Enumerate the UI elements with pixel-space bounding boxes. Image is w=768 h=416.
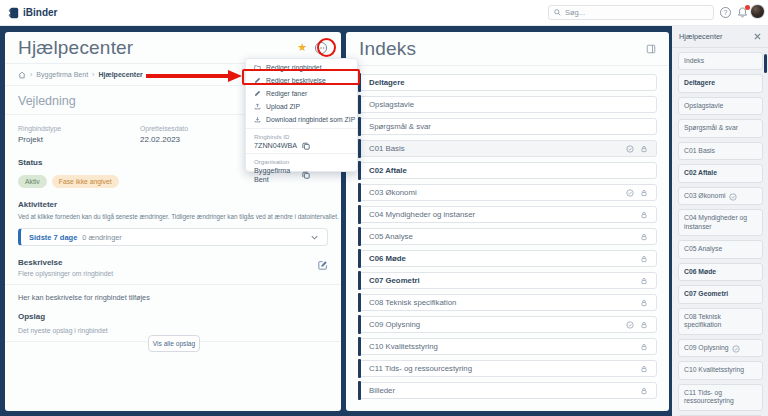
index-item-c03-konomi[interactable]: C03 Økonomi <box>358 184 657 201</box>
index-item-label: Opslagstavle <box>369 100 648 109</box>
sidebar-item-label: C03 Økonomi <box>684 192 726 200</box>
annotation-highlight-box <box>242 69 360 85</box>
menu-item-label: Download ringbindet som ZIP <box>266 116 355 123</box>
creation-date-value: 22.02.2023 <box>140 135 262 144</box>
sidebar-item-c11-tids-og-ressourcestyring[interactable]: C11 Tids- og ressourcestyring <box>678 384 763 411</box>
index-item-label: Billeder <box>369 386 640 395</box>
check-circle-icon <box>626 321 634 329</box>
sidebar-item-c10-kvalitetsstyring[interactable]: C10 Kvalitetsstyring <box>678 361 763 379</box>
index-item-c04-myndigheder-og-instanser[interactable]: C04 Myndigheder og instanser <box>358 206 657 223</box>
index-item-opslagstavle[interactable]: Opslagstavle <box>358 96 657 113</box>
index-item-c01-basis[interactable]: C01 Basis <box>358 140 657 157</box>
menu-item-rediger-faner[interactable]: Rediger faner <box>246 87 357 100</box>
lock-icon <box>640 365 648 373</box>
creation-date-field: Oprettelsesdato 22.02.2023 <box>140 125 262 144</box>
binder-id-label: Ringbinds ID <box>246 132 357 141</box>
user-avatar[interactable] <box>750 4 765 19</box>
page-title: Hjælpecenter <box>18 37 297 59</box>
topbar: iBinder Søg... ? <box>0 0 768 26</box>
lock-icon <box>640 387 648 395</box>
copy-icon[interactable] <box>302 171 350 179</box>
index-item-status-icons <box>640 387 648 395</box>
collapse-panel-icon[interactable] <box>646 44 656 54</box>
check-circle-icon <box>626 189 634 197</box>
index-item-status-icons <box>640 343 648 351</box>
favorite-star-icon[interactable]: ★ <box>297 41 307 54</box>
activity-count: 0 ændringer <box>82 233 305 242</box>
sidebar-item-deltagere[interactable]: Deltagere <box>678 74 763 92</box>
close-icon[interactable] <box>754 33 761 40</box>
menu-item-download-ringbindet-som-zip[interactable]: Download ringbindet som ZIP <box>246 113 357 126</box>
sidebar-item-label: C09 Oplysning <box>684 344 729 352</box>
notifications-bell-icon[interactable] <box>736 6 749 19</box>
index-item-c06-m-de[interactable]: C06 Møde <box>358 250 657 267</box>
check-circle-icon <box>732 345 738 351</box>
sidebar-item-c06-m-de[interactable]: C06 Møde <box>678 263 763 281</box>
search-placeholder: Søg... <box>565 8 585 17</box>
binder-id-row: 7ZNN04WBA <box>246 141 357 150</box>
sidebar-item-indeks[interactable]: Indeks <box>678 52 763 70</box>
search-input[interactable]: Søg... <box>548 5 714 20</box>
ibinder-logo[interactable]: iBinder <box>8 7 57 19</box>
check-circle-icon <box>626 145 634 153</box>
sidebar-item-c07-geometri[interactable]: C07 Geometri <box>678 285 763 303</box>
sidebar-item-label: C11 Tids- og ressourcestyring <box>684 389 757 406</box>
home-icon[interactable] <box>18 71 26 79</box>
sidebar-item-c09-oplysning[interactable]: C09 Oplysning <box>678 339 763 357</box>
breadcrumb-org[interactable]: Byggefirma Bent <box>36 71 88 78</box>
index-item-label: C02 Aftale <box>369 166 648 175</box>
lock-icon <box>640 321 648 329</box>
index-item-label: C04 Myndigheder og instanser <box>369 210 640 219</box>
index-item-status-icons <box>640 299 648 307</box>
sidebar-scrollbar[interactable] <box>764 54 767 73</box>
organisation-row: Byggefirma Bent <box>246 166 357 184</box>
index-item-c02-aftale[interactable]: C02 Aftale <box>358 162 657 179</box>
lock-icon <box>640 233 648 241</box>
index-item-c08-teknisk-specifikation[interactable]: C08 Teknisk specifikation <box>358 294 657 311</box>
description-heading: Beskrivelse <box>18 258 318 267</box>
index-item-label: C11 Tids- og ressourcestyring <box>369 364 640 373</box>
index-item-sp-rgsm-l-svar[interactable]: Spørgsmål & svar <box>358 118 657 135</box>
index-item-deltagere[interactable]: Deltagere <box>358 74 657 91</box>
sidebar-item-c04-myndigheder-og-instanser[interactable]: C04 Myndigheder og instanser <box>678 209 763 236</box>
menu-item-label: Upload ZIP <box>266 103 300 110</box>
index-item-c07-geometri[interactable]: C07 Geometri <box>358 272 657 289</box>
index-item-status-icons <box>640 277 648 285</box>
index-item-label: C07 Geometri <box>369 276 640 285</box>
status-badge-phase: Fase ikke angivet <box>52 175 119 188</box>
logo-text: iBinder <box>23 7 57 18</box>
sidebar-item-c02-aftale[interactable]: C02 Aftale <box>678 164 763 182</box>
sidebar-item-c05-analyse[interactable]: C05 Analyse <box>678 240 763 258</box>
index-item-c09-oplysning[interactable]: C09 Oplysning <box>358 316 657 333</box>
index-item-c10-kvalitetsstyring[interactable]: C10 Kvalitetsstyring <box>358 338 657 355</box>
organisation-value: Byggefirma Bent <box>254 166 302 184</box>
sidebar-item-c08-teknisk-specifikation[interactable]: C08 Teknisk specifikation <box>678 308 763 335</box>
lock-icon <box>640 189 648 197</box>
index-item-c11-tids-og-ressourcestyring[interactable]: C11 Tids- og ressourcestyring <box>358 360 657 377</box>
lock-icon <box>640 343 648 351</box>
index-item-status-icons <box>626 145 648 153</box>
index-title: Indeks <box>359 38 646 60</box>
sidebar-item-opslagstavle[interactable]: Opslagstavle <box>678 97 763 115</box>
sidebar-item-c01-basis[interactable]: C01 Basis <box>678 142 763 160</box>
lock-icon <box>640 211 648 219</box>
index-item-status-icons <box>626 189 648 197</box>
sidebar-item-sp-rgsm-l-svar[interactable]: Spørgsmål & svar <box>678 119 763 137</box>
check-circle-icon <box>729 193 735 199</box>
index-item-billeder[interactable]: Billeder <box>358 382 657 399</box>
sidebar-item-label: C01 Basis <box>684 147 715 155</box>
activity-range-label: Sidste 7 dage <box>29 233 77 242</box>
binder-id-value: 7ZNN04WBA <box>254 141 302 150</box>
index-item-label: Spørgsmål & svar <box>369 122 648 131</box>
index-item-label: Deltagere <box>369 78 648 87</box>
activity-range-accordion[interactable]: Sidste 7 dage 0 ændringer <box>18 228 328 246</box>
show-all-posts-button[interactable]: Vis alle opslag <box>148 335 200 352</box>
copy-icon[interactable] <box>302 142 350 150</box>
download-icon <box>254 116 261 123</box>
edit-description-icon[interactable] <box>318 260 328 270</box>
help-icon[interactable]: ? <box>719 6 732 19</box>
sidebar-title: Hjælpecenter <box>679 32 754 41</box>
index-item-c05-analyse[interactable]: C05 Analyse <box>358 228 657 245</box>
menu-item-upload-zip[interactable]: Upload ZIP <box>246 100 357 113</box>
sidebar-item-c03-konomi[interactable]: C03 Økonomi <box>678 187 763 205</box>
